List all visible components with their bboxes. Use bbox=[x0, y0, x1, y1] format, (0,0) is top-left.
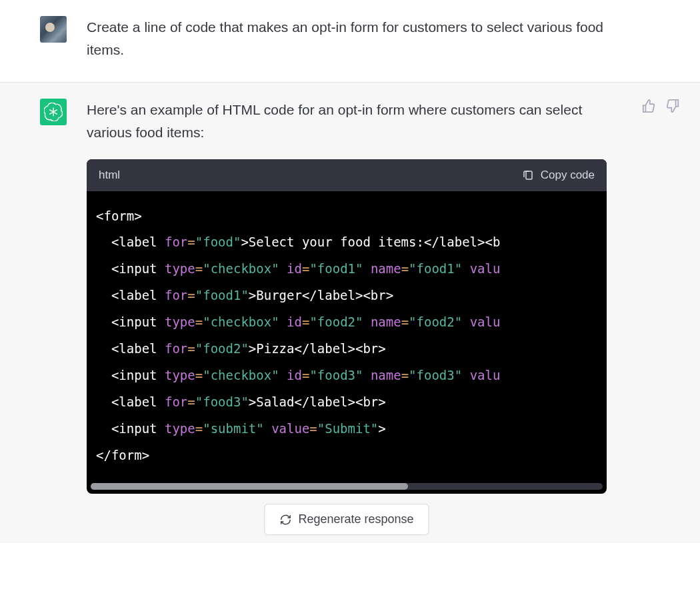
refresh-icon bbox=[279, 514, 291, 526]
thumbs-up-icon[interactable] bbox=[641, 99, 656, 113]
copy-code-button[interactable]: Copy code bbox=[522, 166, 595, 184]
code-block-header: html Copy code bbox=[87, 159, 607, 191]
user-message-text: Create a line of code that makes an opt-… bbox=[87, 16, 607, 66]
feedback-controls bbox=[641, 99, 680, 113]
user-message-row: Create a line of code that makes an opt-… bbox=[0, 0, 700, 83]
assistant-message-row: Here's an example of HTML code for an op… bbox=[0, 83, 700, 543]
scrollbar-thumb[interactable] bbox=[91, 483, 408, 490]
copy-code-label: Copy code bbox=[541, 166, 595, 184]
thumbs-down-icon[interactable] bbox=[665, 99, 680, 113]
svg-rect-0 bbox=[526, 171, 532, 179]
regenerate-label: Regenerate response bbox=[298, 512, 413, 526]
assistant-avatar bbox=[40, 99, 67, 125]
code-block-body[interactable]: <form> <label for="food">Select your foo… bbox=[87, 191, 607, 484]
assistant-message-text: Here's an example of HTML code for an op… bbox=[87, 99, 607, 494]
code-language-label: html bbox=[99, 166, 120, 184]
code-block: html Copy code <form> <label for="food">… bbox=[87, 159, 607, 494]
openai-logo-icon bbox=[44, 103, 63, 121]
user-avatar bbox=[40, 16, 67, 43]
clipboard-icon bbox=[522, 169, 534, 181]
code-horizontal-scrollbar[interactable] bbox=[91, 483, 603, 490]
regenerate-response-button[interactable]: Regenerate response bbox=[264, 504, 429, 535]
